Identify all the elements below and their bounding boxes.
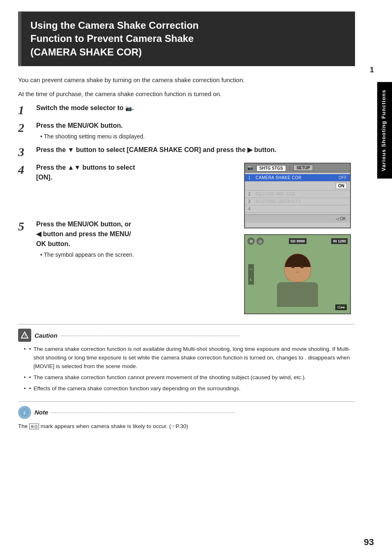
menu-tab-bar: 📷 SHTG STGS | SETUP: [245, 164, 350, 173]
triangle-right-icon: [247, 146, 252, 153]
menu-row-3: 3 RESTORE DEFAULTS: [245, 198, 350, 205]
camera-menu-screenshot: 📷 SHTG STGS | SETUP 1 CAMERA SHAKE COR O: [244, 163, 351, 228]
viewfinder-left-icons: ⌐ L: [248, 264, 254, 285]
menu-row-on: ON: [245, 182, 350, 191]
caution-bullet-3: • Effects of the camera shake correction…: [24, 385, 355, 393]
caution-icon: !: [18, 329, 31, 342]
menu-tab-setup: SETUP: [293, 165, 313, 171]
menu-footer: ◁ OK: [245, 214, 350, 223]
caution-text-1: The camera shake correction function is …: [33, 345, 355, 371]
step-2-content: Press the MENU/OK button. The shooting s…: [36, 121, 355, 141]
row-label-3: RESTORE DEFAULTS: [256, 199, 347, 204]
vf-icon-circle-1: ⚙: [247, 237, 255, 245]
step-3-content: Press the button to select [CAMERA SHAKE…: [36, 145, 355, 155]
step-3: 3 Press the button to select [CAMERA SHA…: [18, 145, 355, 159]
spacer-step4-5: [18, 187, 240, 219]
row-label-1: CAMERA SHAKE COR: [256, 175, 339, 180]
steps-section: 1 Switch the mode selector to . 2 Press …: [18, 103, 355, 314]
hud-badge-storage: SD 9999: [289, 238, 307, 244]
caution-title: Caution: [35, 332, 58, 339]
menu-row-4: 4: [245, 205, 350, 213]
step-1: 1 Switch the mode selector to .: [18, 103, 355, 117]
person-head: [284, 253, 311, 282]
caution-bullets: • The camera shake correction function i…: [24, 345, 355, 393]
note-text: The ≋⊙ mark appears when camera shake is…: [18, 422, 355, 431]
intro-line1: You can prevent camera shake by turning …: [18, 75, 355, 85]
caution-header: ! Caution ------------------------------…: [18, 329, 355, 342]
step-4: 4 Press the buttons to select[ON].: [18, 163, 240, 182]
menu-tab-shtg-stgs: SHTG STGS: [256, 165, 286, 171]
step-3-number: 3: [18, 145, 34, 159]
row-num-1: 1: [248, 175, 254, 180]
camera-shake-symbol: ≋⊙: [29, 424, 39, 429]
page-number: 93: [364, 537, 374, 548]
caution-bullet-2: • The camera shake correction function c…: [24, 373, 355, 382]
caution-text-3: Effects of the camera shake correction f…: [33, 385, 240, 393]
step-4-number: 4: [18, 163, 34, 176]
note-header: i Note ---------------------------------…: [18, 406, 355, 419]
sidebar-label: Various Shooting Functions: [380, 90, 387, 171]
bracket-top: ⌐: [250, 267, 252, 271]
triangle-down-icon: [67, 146, 74, 153]
row-num-2: 2: [248, 192, 254, 196]
section-number-top: 1: [370, 66, 374, 74]
person-hair: [285, 254, 311, 267]
page-container: Various Shooting Functions 1 Using the C…: [0, 0, 392, 555]
note-dashes: ----------------------------------------…: [51, 409, 355, 416]
row-value-off: OFF: [339, 175, 347, 180]
camera-viewfinder: ⚙ ◎ SD 9999 IN 1280 ⌐ L: [244, 234, 351, 314]
triangle-left-icon-5: [36, 230, 41, 237]
caution-text-2: The camera shake correction function can…: [33, 373, 306, 382]
tab-separator: |: [289, 166, 291, 170]
step-1-number: 1: [18, 103, 34, 117]
hud-left: ⚙ ◎: [247, 237, 264, 245]
menu-row-1: 1 CAMERA SHAKE COR OFF: [245, 174, 350, 182]
steps-4-5-left: 4 Press the buttons to select[ON]. 5 Pre…: [18, 163, 240, 314]
step-5-content: Press the MENU/OK button, or button and …: [36, 219, 240, 259]
triangle-up-icon-4: [67, 164, 74, 171]
viewfinder-hud: ⚙ ◎ SD 9999 IN 1280: [247, 237, 348, 245]
title-block: Using the Camera Shake Correction Functi…: [18, 12, 355, 66]
caution-dashes: ----------------------------------------…: [60, 332, 355, 339]
eye-left: [291, 266, 295, 268]
bullet-marker-1: •: [29, 345, 31, 371]
caution-section: ! Caution ------------------------------…: [18, 324, 355, 393]
intro-line2: At the time of purchase, the camera shak…: [18, 89, 355, 99]
hud-badge-count: IN 1280: [331, 238, 348, 244]
eye-right: [300, 266, 304, 268]
note-section: i Note ---------------------------------…: [18, 401, 355, 431]
sidebar-tab: Various Shooting Functions: [377, 82, 392, 179]
person-body: [277, 282, 318, 307]
row-num-4: 4: [248, 207, 254, 211]
row-label-2: RECORD IMG SIZE: [256, 192, 347, 196]
images-column: 📷 SHTG STGS | SETUP 1 CAMERA SHAKE COR O: [244, 163, 355, 314]
person-eyes: [289, 266, 307, 268]
vf-icon-circle-2: ◎: [256, 237, 264, 245]
step-5-number: 5: [18, 219, 34, 233]
person-figure: [277, 253, 318, 307]
step-2-number: 2: [18, 121, 34, 134]
page-title: Using the Camera Shake Correction Functi…: [30, 19, 346, 59]
viewfinder-bottom-badge: IS♦♦: [335, 304, 347, 310]
step-5-sub: The symbol appears on the screen.: [40, 251, 240, 259]
menu-rows: 1 CAMERA SHAKE COR OFF ON: [245, 173, 350, 214]
caution-svg-icon: !: [21, 331, 29, 339]
person-nose: [296, 271, 299, 273]
menu-row-2: 2 RECORD IMG SIZE: [245, 191, 350, 198]
row-value-on: ON: [336, 183, 347, 189]
reference-symbol: ☞: [171, 424, 175, 429]
steps-4-5-wrapper: 4 Press the buttons to select[ON]. 5 Pre…: [18, 163, 355, 314]
bullet-marker-2: •: [29, 373, 31, 382]
menu-footer-text: ◁ OK: [336, 216, 346, 221]
step-2: 2 Press the MENU/OK button. The shooting…: [18, 121, 355, 141]
step-4-content: Press the buttons to select[ON].: [36, 163, 240, 182]
camera-tab-icon: 📷: [247, 165, 253, 170]
note-icon: i: [18, 406, 31, 419]
step-5: 5 Press the MENU/OK button, or button an…: [18, 219, 240, 259]
step-2-sub: The shooting setting menu is displayed.: [40, 132, 355, 141]
camera-icon: [125, 104, 132, 111]
left-icon-bar: ⌐ L: [248, 264, 254, 285]
triangle-down-icon-4: [74, 164, 81, 171]
note-title: Note: [35, 409, 48, 416]
bullet-marker-3: •: [29, 385, 31, 393]
